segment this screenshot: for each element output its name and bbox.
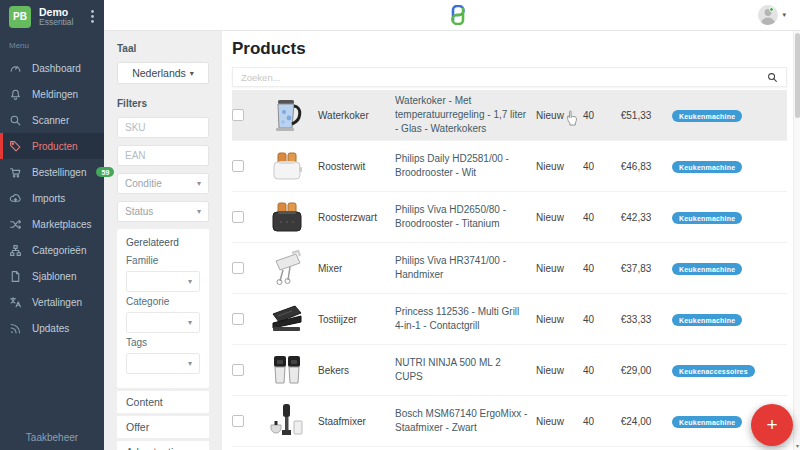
scrollbar-down-arrow-icon[interactable]: ▾ — [794, 442, 800, 449]
product-price: €51,33 — [605, 110, 667, 121]
status-placeholder: Status — [125, 206, 197, 217]
product-quantity: 40 — [572, 263, 605, 274]
page-title: Products — [232, 39, 787, 59]
row-checkbox[interactable] — [232, 313, 244, 325]
chevron-down-icon: ▾ — [782, 11, 786, 19]
product-price: €42,33 — [605, 212, 667, 223]
product-table: Waterkoker Waterkoker - Met temperatuurr… — [232, 90, 787, 447]
language-section-label: Taal — [117, 43, 209, 54]
product-quantity: 40 — [572, 365, 605, 376]
language-value: Nederlands — [132, 67, 186, 79]
tags-icon — [9, 140, 22, 153]
product-image — [256, 349, 318, 391]
sidebar-item-updates[interactable]: Updates — [0, 315, 104, 341]
row-checkbox[interactable] — [232, 109, 244, 121]
sidebar-item-dashboard[interactable]: Dashboard — [0, 55, 104, 81]
search-input[interactable] — [241, 72, 767, 83]
condition-select[interactable]: Conditie — [117, 173, 209, 194]
scrollbar-thumb[interactable] — [795, 33, 800, 118]
count-badge: 59 — [96, 167, 114, 177]
product-row[interactable]: Tostiijzer Princess 112536 - Multi Grill… — [232, 294, 787, 345]
product-row[interactable]: Bekers NUTRI NINJA 500 ML 2 CUPS Nieuw 4… — [232, 345, 787, 396]
category-badge: Keukenmachine — [672, 212, 742, 224]
scrollbar[interactable]: ▾ — [793, 31, 800, 450]
product-name: Roosterzwart — [318, 212, 395, 223]
app-title: Demo — [39, 6, 86, 18]
product-description: NUTRI NINJA 500 ML 2 CUPS — [395, 356, 528, 384]
product-quantity: 40 — [572, 416, 605, 427]
accordion-content[interactable]: Content — [117, 391, 209, 413]
product-name: Roosterwit — [318, 161, 395, 172]
tags-select[interactable] — [126, 353, 200, 374]
dashboard-icon — [9, 62, 22, 75]
product-row[interactable]: Mixer Philips Viva HR3741/00 - Handmixer… — [232, 243, 787, 294]
sidebar-item-bestellingen[interactable]: Bestellingen 59 — [0, 159, 104, 185]
row-checkbox[interactable] — [232, 211, 244, 223]
category-badge: Keukenmachine — [672, 110, 742, 122]
category-badge: Keukenaccessoires — [672, 365, 755, 377]
category-badge: Keukenmachine — [672, 314, 742, 326]
row-checkbox[interactable] — [232, 262, 244, 274]
product-condition: Nieuw — [528, 263, 572, 274]
product-quantity: 40 — [572, 110, 605, 121]
accordion-advertentie[interactable]: Advertentie — [117, 441, 209, 450]
product-condition: Nieuw — [528, 110, 572, 121]
sitemap-icon — [9, 244, 22, 257]
product-row[interactable]: Roosterzwart Philips Viva HD2650/80 - Br… — [232, 192, 787, 243]
sidebar-item-marketplaces[interactable]: Marketplaces — [0, 211, 104, 237]
product-row[interactable]: Waterkoker Waterkoker - Met temperatuurr… — [232, 90, 787, 141]
sidebar-item-imports[interactable]: Imports — [0, 185, 104, 211]
language-select[interactable]: Nederlands — [117, 62, 209, 84]
file-icon — [9, 270, 22, 283]
product-description: Philips Viva HR3741/00 - Handmixer — [395, 254, 528, 282]
product-image — [256, 247, 318, 289]
app-logo: PB — [9, 6, 31, 28]
sidebar-item-label: Meldingen — [32, 89, 95, 100]
product-name: Mixer — [318, 263, 395, 274]
sidebar-item-vertalingen[interactable]: Vertalingen — [0, 289, 104, 315]
sidebar-item-label: Categorieën — [32, 245, 95, 256]
product-condition: Nieuw — [528, 365, 572, 376]
product-image — [256, 196, 318, 238]
sidebar-item-sjablonen[interactable]: Sjablonen — [0, 263, 104, 289]
status-select[interactable]: Status — [117, 201, 209, 222]
row-checkbox[interactable] — [232, 415, 244, 427]
search-icon[interactable] — [767, 72, 778, 83]
family-select[interactable] — [126, 271, 200, 292]
sidebar-item-label: Producten — [32, 141, 95, 152]
sidebar-item-label: Sjablonen — [32, 271, 95, 282]
product-row[interactable]: Staafmixer Bosch MSM67140 ErgoMixx - Sta… — [232, 396, 787, 447]
ean-input[interactable] — [117, 145, 209, 166]
kebab-menu-icon[interactable] — [86, 10, 98, 23]
product-quantity: 40 — [572, 314, 605, 325]
shuffle-icon — [9, 218, 22, 231]
product-image — [256, 94, 318, 136]
user-menu[interactable]: ▾ — [758, 5, 786, 25]
sidebar-footer-taakbeheer[interactable]: Taakbeheer — [0, 432, 104, 443]
accordion-offer[interactable]: Offer — [117, 416, 209, 438]
brand-logo-icon — [448, 5, 468, 25]
product-image — [256, 145, 318, 187]
product-quantity: 40 — [572, 212, 605, 223]
sidebar-item-categorieen[interactable]: Categorieën — [0, 237, 104, 263]
sidebar-item-scanner[interactable]: Scanner — [0, 107, 104, 133]
sku-input[interactable] — [117, 117, 209, 138]
sidebar-item-label: Bestellingen — [32, 167, 86, 178]
search-bar — [232, 67, 787, 87]
add-product-fab[interactable]: + — [751, 404, 793, 446]
sidebar-item-meldingen[interactable]: Meldingen — [0, 81, 104, 107]
product-name: Bekers — [318, 365, 395, 376]
main-content: Products Waterkoker Waterkoker - Met tem… — [222, 31, 793, 450]
product-condition: Nieuw — [528, 161, 572, 172]
category-label: Categorie — [126, 296, 200, 307]
product-description: Princess 112536 - Multi Grill 4-in-1 - C… — [395, 305, 528, 333]
row-checkbox[interactable] — [232, 160, 244, 172]
category-select[interactable] — [126, 312, 200, 333]
row-checkbox[interactable] — [232, 364, 244, 376]
category-badge: Keukenmachine — [672, 161, 742, 173]
product-image — [256, 298, 318, 340]
sidebar-menu: Dashboard Meldingen Scanner Producten Be… — [0, 55, 104, 341]
avatar[interactable] — [758, 5, 778, 25]
sidebar-item-producten[interactable]: Producten — [0, 133, 104, 159]
product-row[interactable]: Roosterwit Philips Daily HD2581/00 - Bro… — [232, 141, 787, 192]
